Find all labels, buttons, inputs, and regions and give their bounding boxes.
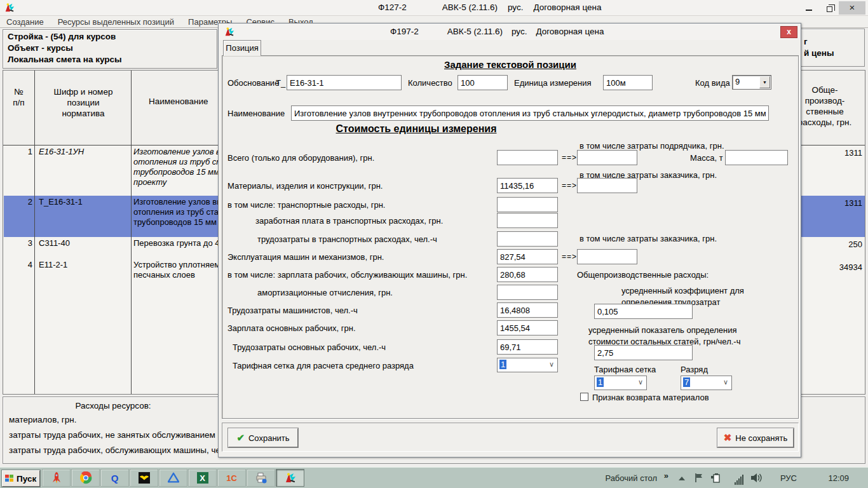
machinists-salary-input[interactable] <box>497 267 558 282</box>
col-header-code: Шифр и номер позиции норматива <box>36 86 130 119</box>
save-button-label: Сохранить <box>248 433 290 443</box>
chrome-icon[interactable] <box>71 469 100 487</box>
tariff-value: 1 <box>597 377 604 387</box>
toolbar-chevron-icon[interactable]: » <box>664 471 668 480</box>
chevron-down-icon[interactable]: ▼ <box>759 76 770 88</box>
transport-salary-input[interactable] <box>497 213 558 228</box>
name-input[interactable] <box>291 105 769 121</box>
clock[interactable]: 12:09 <box>828 473 849 483</box>
machinists-labor-label: Трудозатраты машинистов, чел.-ч <box>227 306 358 315</box>
overhead-coeff-input[interactable] <box>594 304 693 319</box>
cancel-button[interactable]: ✖ Не сохранять <box>717 428 794 447</box>
basis-input[interactable] <box>287 75 402 90</box>
1c-icon[interactable]: 1С <box>217 469 246 487</box>
network-signal-icon[interactable] <box>735 475 743 485</box>
workers-labor-label: Трудозатраты основных рабочих, чел.-ч <box>233 342 386 352</box>
materials-customer-input[interactable] <box>577 178 637 193</box>
tariff-grid-value: 1 <box>499 360 506 369</box>
save-button[interactable]: ✔ Сохранить <box>228 428 298 447</box>
worktype-dropdown[interactable]: 9 ▼ <box>732 75 771 90</box>
return-materials-checkbox[interactable] <box>580 393 588 401</box>
tab-poziciya[interactable]: Позиция <box>223 40 261 56</box>
materials-label: Материалы, изделия и конструкции, грн. <box>227 181 383 191</box>
printer-icon[interactable] <box>247 469 275 487</box>
table-row-code[interactable]: Е11-2-1 <box>39 260 67 270</box>
mass-input[interactable] <box>725 150 788 165</box>
bat-icon[interactable] <box>130 469 158 487</box>
amortization-label: амортизационные отчисления, грн. <box>257 288 393 297</box>
table-row-code[interactable]: Т_Е16-31-1 <box>39 197 83 207</box>
table-row-code[interactable]: Е16-31-1УН <box>39 147 84 157</box>
overhead-indicator-input[interactable] <box>594 345 693 360</box>
table-row-num[interactable]: 1 <box>3 147 32 157</box>
language-indicator[interactable]: РУС <box>780 473 797 483</box>
restore-icon[interactable] <box>820 1 839 15</box>
machines-label: Эксплуатация машин и механизмов, грн. <box>227 252 384 262</box>
table-row-num[interactable]: 2 <box>3 197 32 207</box>
menu-item-sozdanie[interactable]: Создание <box>6 17 44 27</box>
amortization-input[interactable] <box>497 285 558 300</box>
total-input[interactable] <box>497 150 558 165</box>
unit-input[interactable] <box>603 75 653 90</box>
rocket-icon[interactable] <box>42 469 71 487</box>
main-titlebar: Ф127-2 АВК-5 (2.11.6) рус. Договорная це… <box>0 0 868 16</box>
excel-icon[interactable]: X <box>188 469 217 487</box>
table-row-name[interactable]: Изготовление узлов вн отопления из труб … <box>133 197 221 227</box>
start-button[interactable]: Пуск <box>2 470 40 487</box>
grade-dropdown[interactable]: 7 ∨ <box>681 376 732 390</box>
transport-input[interactable] <box>497 197 558 212</box>
chevron-down-icon: ∨ <box>549 360 554 369</box>
chevron-down-icon: ∨ <box>723 378 728 386</box>
dialog-close-icon[interactable]: x <box>780 26 797 38</box>
table-row-overhead[interactable]: 250 <box>810 240 862 250</box>
arrow-icon: ==> <box>562 153 577 162</box>
desktop-toolbar-label[interactable]: Рабочий стол <box>605 473 657 483</box>
table-row-name[interactable]: Перевозка грунта до 4 <box>133 238 219 248</box>
machines-customer-input[interactable] <box>577 249 637 264</box>
header-fragment-text: г й цены <box>804 36 834 59</box>
table-row-code[interactable]: С311-40 <box>39 238 70 248</box>
windows-logo-icon <box>5 475 14 483</box>
transport-labor-input[interactable] <box>497 231 558 247</box>
flag-icon[interactable] <box>694 473 704 485</box>
table-row-name[interactable]: Изготовление узлов в отопления из труб с… <box>133 147 223 187</box>
avk-icon[interactable] <box>276 469 304 487</box>
cancel-button-label: Не сохранять <box>735 433 787 443</box>
avk-app-icon <box>4 2 15 15</box>
machines-input[interactable] <box>497 249 558 264</box>
table-row-num[interactable]: 4 <box>3 260 32 270</box>
total-contractor-input[interactable] <box>577 150 637 165</box>
workers-salary-input[interactable] <box>497 320 558 336</box>
total-label: Всего (только для оборудования), грн. <box>227 153 374 163</box>
workers-labor-input[interactable] <box>497 339 558 355</box>
menu-item-resursy[interactable]: Ресурсы выделенных позиций <box>58 17 174 27</box>
resources-line: затраты труда рабочих, обслуживающих маш… <box>9 445 235 455</box>
table-row-name[interactable]: Устройство уплотняем песчаных слоев <box>133 260 220 280</box>
triangle-app-icon[interactable] <box>159 469 187 487</box>
minimize-icon[interactable] <box>799 1 818 15</box>
table-row-overhead[interactable]: 34934 <box>810 262 862 273</box>
battery-icon[interactable] <box>710 473 722 485</box>
basis-label: Обоснование <box>227 78 279 88</box>
info-line-obekt: Объект - курсы <box>8 43 73 53</box>
materials-input[interactable] <box>497 178 558 193</box>
table-row-num[interactable]: 3 <box>3 238 32 248</box>
table-row-overhead[interactable]: 1311 <box>810 148 862 158</box>
estimate-info-panel: Стройка - (54) для курсов Объект - курсы… <box>3 29 217 69</box>
return-materials-label: Признак возврата материалов <box>592 393 709 402</box>
info-line-smeta: Локальная смета на курсы <box>8 55 122 64</box>
speaker-icon[interactable] <box>750 473 763 485</box>
tariff-dropdown[interactable]: 1 ∨ <box>594 376 647 390</box>
qdir-icon[interactable]: Q <box>100 469 129 487</box>
transport-salary-label: заработная плата в транспортных расходах… <box>255 216 443 226</box>
tariff-grid-dropdown[interactable]: 1 ∨ <box>497 358 558 372</box>
avk-app-icon <box>224 26 235 39</box>
dialog-title-app: АВК-5 (2.11.6) <box>447 27 503 36</box>
table-row-overhead[interactable]: 1311 <box>810 198 862 208</box>
quantity-input[interactable] <box>458 75 508 90</box>
close-icon[interactable]: × <box>839 1 865 15</box>
machinists-labor-input[interactable] <box>497 302 558 318</box>
show-hidden-icons[interactable] <box>679 477 685 480</box>
resources-line: материалов, грн. <box>9 415 76 424</box>
worktype-value: 9 <box>735 77 740 86</box>
